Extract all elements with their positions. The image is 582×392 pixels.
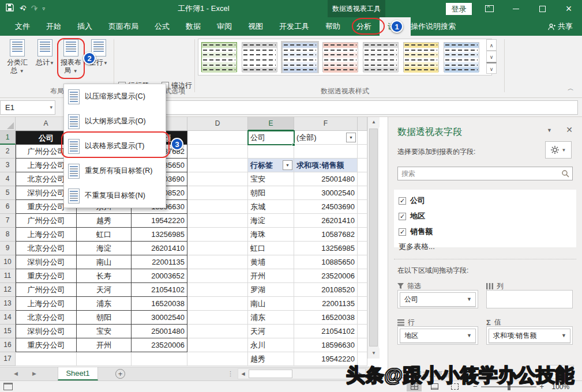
- gallery-down-icon[interactable]: ∨: [486, 51, 497, 62]
- vertical-scroll-thumb[interactable]: [369, 129, 378, 346]
- cell-11[interactable]: [358, 269, 367, 283]
- pivot-style-swatch-2[interactable]: [241, 41, 279, 73]
- cell-D9[interactable]: [187, 242, 248, 255]
- cell-E7[interactable]: 海淀: [248, 214, 294, 228]
- pane-tools-button[interactable]: ▼: [545, 141, 572, 159]
- column-header-F[interactable]: F: [294, 117, 358, 131]
- save-icon[interactable]: [6, 0, 14, 17]
- cell-D13[interactable]: [187, 297, 248, 311]
- cell-E3[interactable]: 行标签▼: [248, 159, 294, 172]
- pivot-style-swatch-6[interactable]: [402, 41, 440, 73]
- maximize-icon[interactable]: [529, 0, 555, 17]
- cell-2[interactable]: [358, 145, 367, 159]
- tab-开发工具[interactable]: 开发工具: [271, 17, 317, 36]
- cell-E16[interactable]: 永川: [248, 338, 294, 352]
- tab-文件[interactable]: 文件: [7, 17, 38, 36]
- page-filter-dropdown-icon[interactable]: ▼: [346, 133, 356, 142]
- ribbon-display-options-icon[interactable]: [476, 0, 502, 17]
- cell-F15[interactable]: 21054102: [294, 325, 358, 338]
- cell-C15[interactable]: 25001480: [132, 325, 187, 338]
- cell-F1[interactable]: (全部)▼: [294, 131, 358, 145]
- cell-1[interactable]: [358, 131, 367, 145]
- cell-C17[interactable]: [132, 352, 187, 366]
- name-box[interactable]: E1▾: [0, 100, 55, 115]
- scroll-right-icon[interactable]: ▶: [355, 369, 365, 379]
- cell-16[interactable]: [358, 338, 367, 352]
- row-header-16[interactable]: 16: [0, 338, 16, 352]
- cell-F14[interactable]: 16520038: [294, 311, 358, 325]
- ribbon-button-总计[interactable]: 总计▼: [32, 39, 58, 67]
- field-checkbox-icon[interactable]: ✓: [399, 213, 406, 220]
- cell-F4[interactable]: 25001480: [294, 172, 358, 186]
- cell-F10[interactable]: 10885650: [294, 255, 358, 269]
- pivot-style-swatch-5[interactable]: [362, 41, 400, 73]
- cell-B8[interactable]: 虹口: [77, 228, 132, 242]
- fill-handle[interactable]: [292, 143, 295, 146]
- field-item-公司[interactable]: ✓公司: [399, 195, 425, 206]
- cell-F5[interactable]: 30002540: [294, 186, 358, 200]
- cell-F17[interactable]: 19542220: [294, 352, 358, 366]
- cell-B16[interactable]: 开州: [77, 338, 132, 352]
- cell-E5[interactable]: 朝阳: [248, 186, 294, 200]
- tab-strip-splitter[interactable]: ⋮: [227, 367, 234, 380]
- cell-E10[interactable]: 黄埔: [248, 255, 294, 269]
- field-checkbox-icon[interactable]: ✓: [399, 197, 406, 205]
- gallery-more-icon[interactable]: ∨: [486, 62, 497, 74]
- normal-view-icon[interactable]: [407, 382, 422, 391]
- cell-B10[interactable]: 南山: [77, 255, 132, 269]
- cell-E9[interactable]: 虹口: [248, 242, 294, 255]
- cell-C8[interactable]: 13256985: [132, 228, 187, 242]
- menu-item-4[interactable]: 重复所有项目标签(R): [64, 159, 166, 183]
- cell-F12[interactable]: 20108520: [294, 283, 358, 297]
- pivot-style-swatch-3[interactable]: [281, 41, 319, 73]
- defer-layout-update[interactable]: 延迟布局更新: [397, 370, 450, 379]
- minimize-icon[interactable]: [502, 0, 529, 17]
- row-labels-filter-icon[interactable]: ▼: [283, 160, 292, 170]
- cell-12[interactable]: [358, 283, 367, 297]
- row-header-14[interactable]: 14: [0, 311, 16, 325]
- cell-13[interactable]: [358, 297, 367, 311]
- row-header-11[interactable]: 11: [0, 269, 16, 283]
- sheet-prev-icon[interactable]: ◀: [14, 367, 18, 380]
- sheet-tab-active[interactable]: Sheet1: [58, 367, 98, 380]
- row-header-9[interactable]: 9: [0, 242, 16, 255]
- cell-E6[interactable]: 东城: [248, 200, 294, 214]
- close-icon[interactable]: ×: [555, 0, 582, 17]
- new-sheet-icon[interactable]: +: [115, 369, 125, 379]
- redo-button[interactable]: ↷▾: [31, 0, 37, 18]
- cell-E17[interactable]: 越秀: [248, 352, 294, 366]
- scroll-down-icon[interactable]: ▼: [368, 348, 380, 359]
- tell-me-search[interactable]: 操作说明搜索: [411, 17, 456, 36]
- page-break-view-icon[interactable]: [447, 382, 462, 391]
- cell-C10[interactable]: 22001135: [132, 255, 187, 269]
- cell-4[interactable]: [358, 172, 367, 186]
- row-header-13[interactable]: 13: [0, 297, 16, 311]
- area-box-values[interactable]: 求和项:销售额▼: [486, 326, 573, 345]
- horizontal-scrollbar[interactable]: ◀ ▶: [238, 368, 366, 379]
- area-box-filters[interactable]: 公司▼: [397, 290, 478, 308]
- row-header-4[interactable]: 4: [0, 172, 16, 186]
- cell-D4[interactable]: [187, 172, 248, 186]
- cell-E11[interactable]: 开州: [248, 269, 294, 283]
- cell-F2[interactable]: [294, 145, 358, 159]
- defer-checkbox[interactable]: [397, 371, 405, 378]
- cell-E12[interactable]: 罗湖: [248, 283, 294, 297]
- scroll-up-icon[interactable]: ▲: [368, 117, 380, 127]
- cell-B11[interactable]: 长寿: [77, 269, 132, 283]
- cell-F8[interactable]: 10587682: [294, 228, 358, 242]
- cell-E8[interactable]: 海珠: [248, 228, 294, 242]
- cell-D14[interactable]: [187, 311, 248, 325]
- cell-A8[interactable]: 上海分公司: [16, 228, 77, 242]
- cell-C13[interactable]: 16520038: [132, 297, 187, 311]
- cell-D15[interactable]: [187, 325, 248, 338]
- vertical-scrollbar[interactable]: ▲ ▼: [367, 117, 379, 359]
- cell-C11[interactable]: 20003652: [132, 269, 187, 283]
- area-box-rows[interactable]: 地区▼: [397, 326, 478, 345]
- cell-A15[interactable]: 深圳分公司: [16, 325, 77, 338]
- tab-视图[interactable]: 视图: [240, 17, 271, 36]
- customize-qat-icon[interactable]: ▿: [43, 0, 46, 17]
- cell-7[interactable]: [358, 214, 367, 228]
- field-checkbox-icon[interactable]: ✓: [399, 228, 406, 236]
- row-header-6[interactable]: 6: [0, 200, 16, 214]
- cell-A7[interactable]: 广州分公司: [16, 214, 77, 228]
